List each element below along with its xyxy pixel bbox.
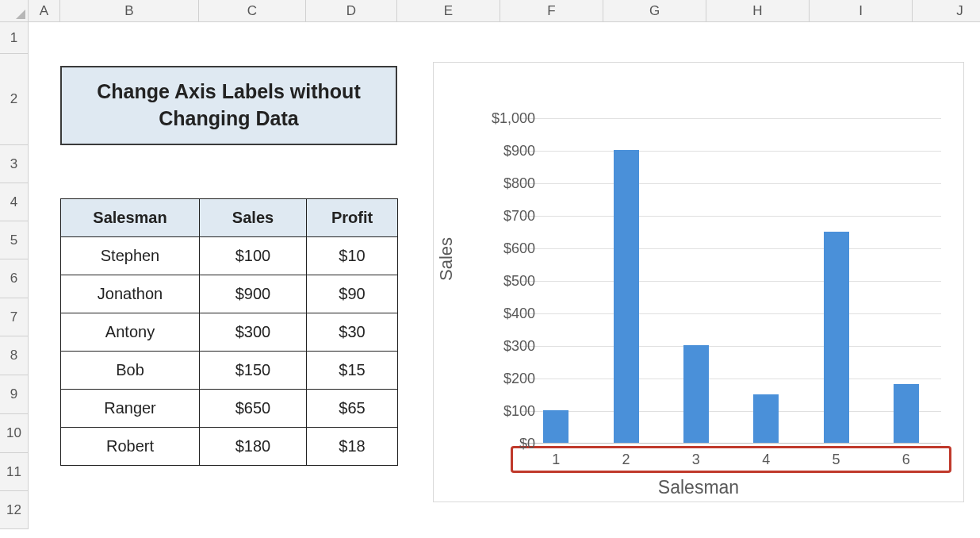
chart-object[interactable]: Sales Salesman $0$100$200$300$400$500$60… bbox=[433, 62, 964, 502]
y-axis-title: Sales bbox=[436, 237, 457, 281]
table-row: Bob$150$15 bbox=[61, 352, 398, 390]
row-header-7[interactable]: 7 bbox=[0, 298, 29, 336]
y-tick-label: $300 bbox=[472, 338, 535, 355]
gridline bbox=[521, 216, 941, 217]
table-row: Jonathon$900$90 bbox=[61, 275, 398, 313]
cell-profit[interactable]: $15 bbox=[307, 352, 398, 390]
cell-sales[interactable]: $300 bbox=[200, 313, 307, 352]
svg-marker-0 bbox=[16, 10, 25, 19]
bar[interactable] bbox=[894, 384, 919, 443]
y-tick-label: $900 bbox=[472, 143, 535, 159]
gridline bbox=[521, 346, 941, 347]
x-axis-highlight-box bbox=[511, 446, 951, 473]
y-tick-label: $400 bbox=[472, 306, 535, 322]
gridline bbox=[521, 313, 941, 314]
bar[interactable] bbox=[543, 410, 568, 443]
gridline bbox=[521, 183, 941, 184]
table-row: Stephen$100$10 bbox=[61, 237, 398, 275]
x-tick-label: 1 bbox=[552, 452, 560, 468]
x-tick-label: 2 bbox=[622, 452, 630, 468]
x-tick-label: 5 bbox=[832, 452, 840, 468]
title-text: Change Axis Labels without Changing Data bbox=[70, 79, 388, 133]
cell-sales[interactable]: $650 bbox=[200, 390, 307, 428]
gridline bbox=[521, 411, 941, 412]
column-header-G[interactable]: G bbox=[603, 0, 706, 22]
gridline bbox=[521, 151, 941, 152]
row-header-1[interactable]: 1 bbox=[0, 22, 29, 54]
y-tick-label: $0 bbox=[472, 436, 535, 452]
cell-sales[interactable]: $100 bbox=[200, 237, 307, 275]
column-header-E[interactable]: E bbox=[397, 0, 500, 22]
row-header-11[interactable]: 11 bbox=[0, 453, 29, 491]
cell-name[interactable]: Bob bbox=[61, 352, 200, 390]
row-header-2[interactable]: 2 bbox=[0, 54, 29, 145]
bar[interactable] bbox=[683, 345, 709, 443]
y-tick-label: $100 bbox=[472, 403, 535, 420]
header-profit[interactable]: Profit bbox=[307, 199, 398, 237]
bar[interactable] bbox=[753, 394, 779, 444]
cell-name[interactable]: Ranger bbox=[61, 390, 200, 428]
row-header-10[interactable]: 10 bbox=[0, 414, 29, 453]
cell-name[interactable]: Robert bbox=[61, 428, 200, 466]
cell-profit[interactable]: $10 bbox=[307, 237, 398, 275]
y-tick-label: $200 bbox=[472, 371, 535, 387]
x-tick-label: 6 bbox=[902, 452, 910, 468]
cell-sales[interactable]: $180 bbox=[200, 428, 307, 466]
gridline bbox=[521, 118, 941, 119]
row-header-9[interactable]: 9 bbox=[0, 375, 29, 414]
y-tick-label: $500 bbox=[472, 273, 535, 290]
y-tick-label: $800 bbox=[472, 175, 535, 192]
cell-profit[interactable]: $65 bbox=[307, 390, 398, 428]
cell-profit[interactable]: $18 bbox=[307, 428, 398, 466]
table-row: Robert$180$18 bbox=[61, 428, 398, 466]
title-merged-cell[interactable]: Change Axis Labels without Changing Data bbox=[60, 66, 397, 145]
cell-profit[interactable]: $30 bbox=[307, 313, 398, 352]
cell-profit[interactable]: $90 bbox=[307, 275, 398, 313]
cell-sales[interactable]: $150 bbox=[200, 352, 307, 390]
column-header-I[interactable]: I bbox=[810, 0, 913, 22]
row-header-6[interactable]: 6 bbox=[0, 259, 29, 298]
row-header-4[interactable]: 4 bbox=[0, 183, 29, 221]
row-header-12[interactable]: 12 bbox=[0, 491, 29, 529]
column-header-H[interactable]: H bbox=[706, 0, 810, 22]
table-row: Antony$300$30 bbox=[61, 313, 398, 352]
data-table: Salesman Sales Profit Stephen$100$10Jona… bbox=[60, 198, 398, 466]
gridline bbox=[521, 248, 941, 249]
column-header-C[interactable]: C bbox=[199, 0, 306, 22]
sheet-area[interactable]: Change Axis Labels without Changing Data… bbox=[29, 22, 980, 538]
y-tick-label: $700 bbox=[472, 208, 535, 225]
y-tick-label: $1,000 bbox=[472, 110, 535, 127]
y-tick-label: $600 bbox=[472, 240, 535, 257]
table-header-row: Salesman Sales Profit bbox=[61, 199, 398, 237]
cell-name[interactable]: Stephen bbox=[61, 237, 200, 275]
row-header-3[interactable]: 3 bbox=[0, 145, 29, 183]
column-header-F[interactable]: F bbox=[500, 0, 603, 22]
cell-sales[interactable]: $900 bbox=[200, 275, 307, 313]
x-tick-label: 4 bbox=[762, 452, 770, 468]
header-salesman[interactable]: Salesman bbox=[61, 199, 200, 237]
x-tick-label: 3 bbox=[692, 452, 700, 468]
cell-name[interactable]: Jonathon bbox=[61, 275, 200, 313]
cell-name[interactable]: Antony bbox=[61, 313, 200, 352]
row-headers: 123456789101112 bbox=[0, 22, 29, 529]
x-axis-title: Salesman bbox=[434, 477, 963, 498]
bar[interactable] bbox=[824, 232, 849, 444]
column-header-D[interactable]: D bbox=[306, 0, 397, 22]
column-header-J[interactable]: J bbox=[913, 0, 980, 22]
select-all-triangle-icon bbox=[16, 10, 25, 19]
gridline bbox=[521, 379, 941, 379]
column-header-B[interactable]: B bbox=[60, 0, 199, 22]
header-sales[interactable]: Sales bbox=[200, 199, 307, 237]
column-header-A[interactable]: A bbox=[29, 0, 60, 22]
select-all-cell[interactable] bbox=[0, 0, 29, 22]
gridline bbox=[521, 281, 941, 282]
table-row: Ranger$650$65 bbox=[61, 390, 398, 428]
bar[interactable] bbox=[614, 150, 639, 443]
row-header-8[interactable]: 8 bbox=[0, 336, 29, 375]
column-headers: ABCDEFGHIJ bbox=[29, 0, 980, 22]
plot-area bbox=[521, 118, 941, 444]
row-header-5[interactable]: 5 bbox=[0, 221, 29, 259]
